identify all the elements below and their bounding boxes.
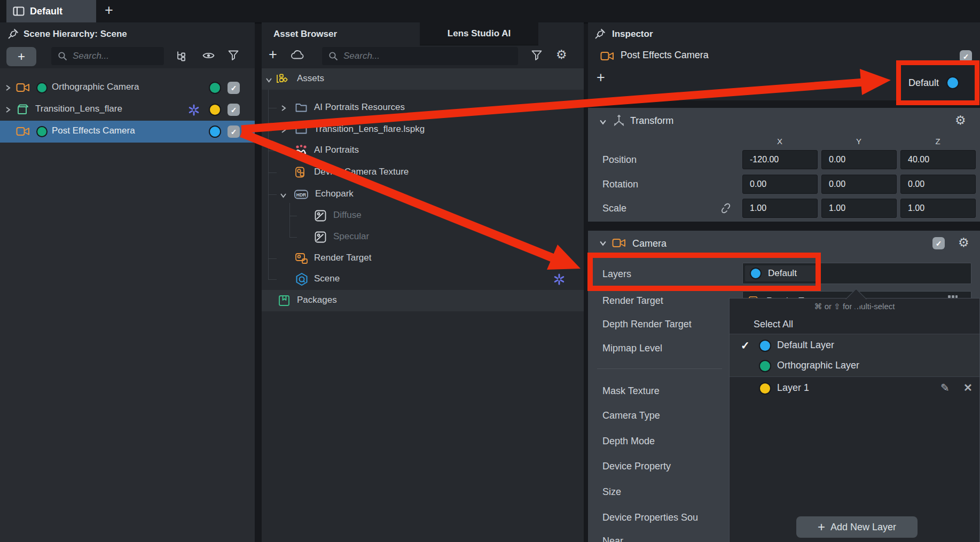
asset-row-render-target[interactable]: Render Target bbox=[262, 248, 584, 269]
expand-chevron-icon[interactable] bbox=[4, 84, 11, 91]
hierarchy-item-label: Post Effects Camera bbox=[52, 125, 135, 136]
settings-gear-icon[interactable]: ⚙ bbox=[556, 49, 567, 61]
rotation-y-input[interactable]: 0.00 bbox=[821, 175, 897, 194]
asset-browser-tab[interactable]: Asset Browser bbox=[273, 29, 337, 40]
asset-browser-panel: Asset Browser Lens Studio AI + ⚙ Assets bbox=[262, 22, 584, 542]
asset-item-label: Diffuse bbox=[333, 210, 362, 221]
asset-row-echopark[interactable]: HDR Echopark bbox=[262, 184, 584, 205]
hierarchy-view-icon[interactable] bbox=[175, 50, 187, 62]
layer-color-circle[interactable] bbox=[209, 82, 221, 94]
asset-row-scene[interactable]: Scene bbox=[262, 269, 584, 290]
camera-gear-icon[interactable]: ⚙ bbox=[958, 237, 969, 249]
rename-layer-pencil-icon[interactable]: ✎ bbox=[940, 381, 950, 394]
pin-icon[interactable] bbox=[594, 28, 606, 40]
enabled-checkbox[interactable]: ✓ bbox=[228, 125, 240, 138]
filter-icon[interactable] bbox=[531, 50, 543, 61]
camera-icon bbox=[600, 50, 615, 62]
scene-hierarchy-header: Scene Hierarchy: Scene + bbox=[0, 22, 255, 68]
camera-title: Camera bbox=[632, 238, 667, 249]
asset-row-diffuse[interactable]: Diffuse bbox=[262, 205, 584, 226]
camera-icon bbox=[16, 82, 30, 93]
expand-chevron-icon[interactable] bbox=[280, 105, 287, 112]
popup-item-orthographic-layer[interactable]: Orthographic Layer bbox=[730, 356, 979, 376]
asset-item-label: AI Portraits bbox=[314, 145, 359, 155]
camera-icon bbox=[16, 125, 30, 137]
render-target-label: Render Target bbox=[602, 295, 663, 307]
check-icon: ✓ bbox=[741, 339, 750, 352]
lens-studio-ai-tab[interactable]: Lens Studio AI bbox=[420, 22, 538, 45]
select-all-item[interactable]: Select All bbox=[730, 316, 979, 334]
collapse-chevron-icon[interactable] bbox=[265, 76, 272, 83]
entity-name: Post Effects Camera bbox=[621, 50, 709, 61]
transform-axes-icon bbox=[612, 114, 626, 129]
add-object-button[interactable]: + bbox=[6, 47, 36, 66]
position-z-input[interactable]: 40.00 bbox=[900, 150, 976, 169]
asset-search-input[interactable] bbox=[322, 47, 518, 65]
texture-image-icon bbox=[314, 231, 327, 243]
visibility-eye-icon[interactable] bbox=[202, 50, 215, 61]
workspace-tab-label: Default bbox=[30, 6, 62, 17]
check-icon: ✓ bbox=[963, 52, 969, 61]
add-new-layer-button[interactable]: + Add New Layer bbox=[796, 516, 918, 538]
check-icon: ✓ bbox=[231, 128, 237, 136]
svg-text:HDR: HDR bbox=[296, 192, 306, 198]
size-label: Size bbox=[602, 486, 621, 498]
add-workspace-button[interactable]: + bbox=[105, 3, 113, 18]
rotation-x-input[interactable]: 0.00 bbox=[742, 175, 818, 194]
enabled-checkbox[interactable]: ✓ bbox=[228, 82, 240, 94]
asset-item-label: Device Camera Texture bbox=[314, 167, 409, 177]
hierarchy-item-label: Transition_Lens_flare bbox=[35, 104, 122, 114]
workspace-tab-default[interactable]: Default bbox=[6, 0, 96, 22]
hdr-texture-icon: HDR bbox=[294, 188, 309, 201]
filter-icon[interactable] bbox=[228, 50, 239, 61]
scale-link-icon[interactable] bbox=[719, 202, 732, 215]
asset-row-packages[interactable]: Packages bbox=[262, 290, 584, 311]
asset-row-ai-portraits-resources[interactable]: AI Portraits Resources bbox=[262, 97, 584, 119]
pin-icon[interactable] bbox=[7, 28, 19, 40]
enabled-checkbox[interactable]: ✓ bbox=[228, 104, 240, 116]
scale-x-input[interactable]: 1.00 bbox=[742, 199, 818, 218]
asset-row-device-camera-texture[interactable]: Device Camera Texture bbox=[262, 162, 584, 183]
popup-item-layer-1[interactable]: Layer 1 ✎ ✕ bbox=[730, 379, 979, 400]
divider bbox=[597, 368, 722, 369]
add-component-button[interactable]: + bbox=[597, 70, 605, 85]
scale-z-input[interactable]: 1.00 bbox=[900, 199, 976, 218]
camera-enabled-checkbox[interactable]: ✓ bbox=[932, 237, 945, 249]
asset-row-transition-lens-flare-lspkg[interactable]: Transition_Lens_flare.lspkg bbox=[262, 119, 584, 140]
asset-row-assets-root[interactable]: Assets bbox=[262, 68, 584, 90]
position-x-input[interactable]: -120.00 bbox=[742, 150, 818, 169]
asset-row-specular[interactable]: Specular bbox=[262, 226, 584, 248]
hierarchy-row-orthographic-camera[interactable]: Orthographic Camera ✓ bbox=[0, 77, 255, 99]
expand-chevron-icon[interactable] bbox=[280, 127, 287, 133]
collapse-chevron-icon[interactable] bbox=[280, 192, 287, 199]
annotation-rect-default-badge: Default bbox=[896, 60, 979, 105]
layer-color-circle[interactable] bbox=[209, 104, 221, 116]
collapse-chevron-icon[interactable] bbox=[599, 118, 607, 125]
position-label: Position bbox=[602, 154, 637, 166]
expand-chevron-icon[interactable] bbox=[4, 106, 11, 113]
popup-item-default-layer[interactable]: ✓ Default Layer bbox=[730, 335, 979, 356]
position-y-input[interactable]: 0.00 bbox=[821, 150, 897, 169]
scale-y-input[interactable]: 1.00 bbox=[821, 199, 897, 218]
delete-layer-close-icon[interactable]: ✕ bbox=[963, 381, 973, 394]
hierarchy-row-transition-lens-flare[interactable]: Transition_Lens_flare ✓ bbox=[0, 99, 255, 121]
collapse-chevron-icon[interactable] bbox=[599, 239, 607, 247]
cloud-icon[interactable] bbox=[291, 49, 305, 60]
packages-icon bbox=[278, 294, 291, 307]
scale-label: Scale bbox=[602, 203, 626, 214]
depth-mode-label: Depth Mode bbox=[602, 436, 655, 447]
rotation-z-input[interactable]: 0.00 bbox=[900, 175, 976, 194]
asset-row-ai-portraits[interactable]: AI Portraits bbox=[262, 140, 584, 161]
hierarchy-item-label: Orthographic Camera bbox=[52, 82, 139, 92]
hierarchy-row-post-effects-camera[interactable]: Post Effects Camera ✓ bbox=[0, 121, 255, 143]
transform-gear-icon[interactable]: ⚙ bbox=[955, 114, 966, 127]
layers-badge-value[interactable]: Default bbox=[908, 77, 939, 89]
layer-color-circle[interactable] bbox=[209, 125, 221, 138]
scene-search-input[interactable] bbox=[51, 47, 164, 65]
add-asset-button[interactable]: + bbox=[269, 48, 277, 62]
search-icon bbox=[58, 51, 68, 61]
folder-icon bbox=[295, 102, 308, 113]
scene-search bbox=[51, 47, 164, 65]
layer-group: ✓ Default Layer Orthographic Layer bbox=[730, 334, 979, 377]
scene-object-icon bbox=[295, 272, 309, 286]
